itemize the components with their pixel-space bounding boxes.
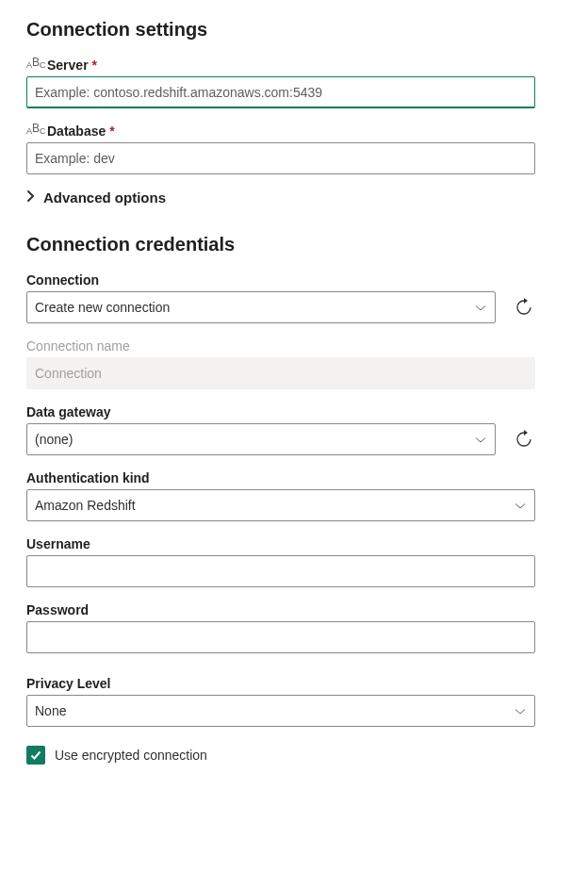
privacy-level-label: Privacy Level [26,676,111,691]
privacy-level-select[interactable]: None [26,695,535,727]
connection-settings-heading: Connection settings [26,19,535,41]
data-gateway-field: Data gateway (none) [26,404,535,455]
database-label: Database [47,123,106,139]
username-label: Username [26,536,90,551]
database-input[interactable] [26,142,535,174]
username-field: Username [26,536,535,587]
encrypted-connection-row: Use encrypted connection [26,746,535,765]
text-type-icon: ABC [26,124,43,138]
connection-select[interactable]: Create new connection [26,291,496,323]
connection-select-value: Create new connection [35,300,170,315]
auth-kind-select[interactable]: Amazon Redshift [26,489,535,521]
refresh-gateway-button[interactable] [513,428,535,451]
server-field: ABC Server * [26,58,535,108]
data-gateway-select[interactable]: (none) [26,423,496,455]
password-label: Password [26,602,89,617]
refresh-connection-button[interactable] [513,296,535,319]
connection-label: Connection [26,272,99,288]
connection-field: Connection Create new connection [26,272,535,323]
privacy-level-select-value: None [35,703,66,718]
advanced-options-toggle[interactable]: Advanced options [26,189,535,206]
database-field: ABC Database * [26,123,535,174]
required-indicator: * [92,58,97,73]
auth-kind-select-value: Amazon Redshift [35,498,136,513]
refresh-icon [514,430,533,449]
advanced-options-label: Advanced options [43,189,166,206]
text-type-icon: ABC [26,58,43,72]
auth-kind-label: Authentication kind [26,470,150,485]
server-label: Server [47,58,89,73]
refresh-icon [514,298,533,317]
privacy-level-field: Privacy Level None [26,676,535,727]
data-gateway-label: Data gateway [26,404,110,420]
data-gateway-select-value: (none) [35,432,73,447]
connection-name-field: Connection name [26,338,535,389]
check-icon [29,749,42,762]
connection-name-input [26,357,535,389]
connection-credentials-heading: Connection credentials [26,234,535,255]
password-field: Password [26,602,535,653]
auth-kind-field: Authentication kind Amazon Redshift [26,470,535,521]
password-input[interactable] [26,621,535,653]
server-input[interactable] [26,76,535,108]
username-input[interactable] [26,555,535,587]
chevron-right-icon [26,189,36,206]
required-indicator: * [109,123,114,139]
connection-name-label: Connection name [26,338,130,354]
encrypted-connection-checkbox[interactable] [26,746,45,765]
encrypted-connection-label: Use encrypted connection [55,748,207,763]
